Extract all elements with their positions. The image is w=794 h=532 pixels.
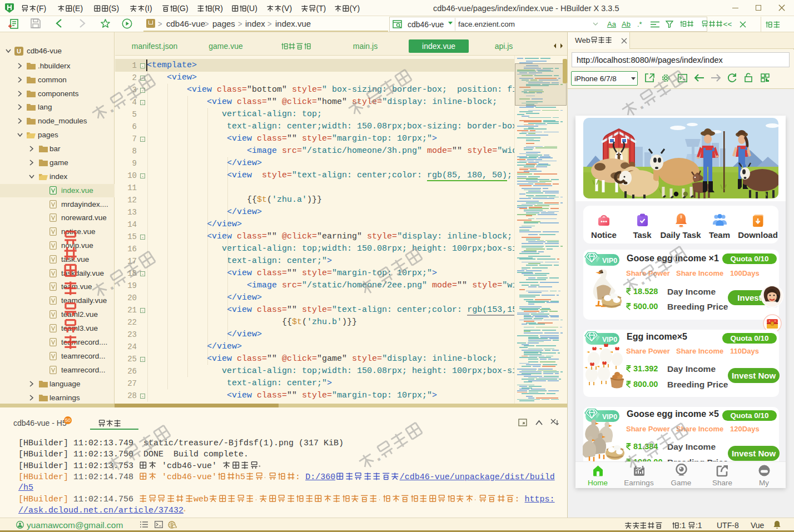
svg-text:VIP0: VIP0 [602,257,617,265]
